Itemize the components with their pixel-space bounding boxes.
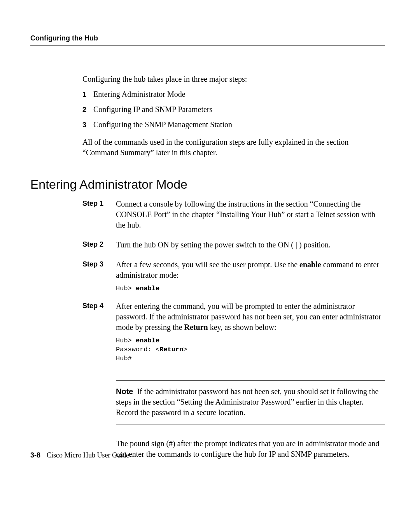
section-heading: Entering Administrator Mode: [30, 177, 385, 192]
list-item: 3 Configuring the SNMP Management Statio…: [82, 119, 385, 130]
list-item: 2 Configuring IP and SNMP Parameters: [82, 104, 385, 115]
code-block: Hub> enable: [116, 284, 385, 293]
list-text: Configuring the SNMP Management Station: [93, 119, 232, 130]
bold-run: Return: [184, 323, 208, 331]
closing-paragraph: The pound sign (#) after the prompt indi…: [116, 438, 385, 459]
page-number: 3-8: [30, 451, 40, 459]
intro-tail: All of the commands used in the configur…: [82, 137, 385, 158]
code-plain: Hub>: [116, 337, 136, 344]
step-text: Turn the hub ON by setting the power swi…: [116, 240, 385, 250]
step-3: Step 3 After a few seconds, you will see…: [82, 259, 385, 296]
list-text: Configuring IP and SNMP Parameters: [93, 104, 212, 115]
steps: Step 1 Connect a console by following th…: [82, 199, 385, 366]
after-steps: Note If the administrator password has n…: [116, 380, 385, 459]
step-label: Step 2: [82, 240, 116, 249]
code-plain: Hub#: [116, 355, 132, 362]
step-label: Step 4: [82, 301, 116, 310]
list-number: 3: [82, 120, 93, 130]
note-text: If the administrator password has not be…: [116, 387, 378, 417]
list-number: 2: [82, 105, 93, 114]
code-plain: >: [183, 346, 187, 353]
text-run: After a few seconds, you will see the us…: [116, 260, 299, 269]
code-bold: Return: [159, 346, 183, 353]
page-footer: 3-8Cisco Micro Hub User Guide: [30, 451, 129, 459]
intro-list: 1 Entering Administrator Mode 2 Configur…: [82, 89, 385, 130]
doc-title: Cisco Micro Hub User Guide: [47, 451, 129, 459]
step-text: Connect a console by following the instr…: [116, 199, 385, 230]
code-bold: enable: [136, 285, 159, 292]
step-text: After entering the command, you will be …: [116, 301, 385, 333]
running-head: Configuring the Hub: [30, 34, 385, 46]
step-label: Step 3: [82, 259, 116, 268]
code-plain: Password: <: [116, 346, 159, 353]
note-label: Note: [116, 387, 133, 396]
code-bold: enable: [136, 337, 159, 344]
intro-lead: Configuring the hub takes place in three…: [82, 74, 385, 84]
code-block: Hub> enable Password: <Return> Hub#: [116, 336, 385, 363]
code-plain: Hub>: [116, 285, 136, 292]
note-block: Note If the administrator password has n…: [116, 380, 385, 424]
list-text: Entering Administrator Mode: [93, 89, 186, 100]
step-2: Step 2 Turn the hub ON by setting the po…: [82, 240, 385, 254]
step-body: After a few seconds, you will see the us…: [116, 259, 385, 296]
bold-run: enable: [299, 260, 321, 269]
text-run: key, as shown below:: [208, 323, 276, 331]
step-label: Step 1: [82, 199, 116, 208]
intro-block: Configuring the hub takes place in three…: [82, 74, 385, 130]
step-body: Turn the hub ON by setting the power swi…: [116, 240, 385, 254]
list-number: 1: [82, 90, 93, 99]
step-body: Connect a console by following the instr…: [116, 199, 385, 234]
step-text: After a few seconds, you will see the us…: [116, 259, 385, 280]
step-body: After entering the command, you will be …: [116, 301, 385, 366]
list-item: 1 Entering Administrator Mode: [82, 89, 385, 100]
step-4: Step 4 After entering the command, you w…: [82, 301, 385, 366]
page: Configuring the Hub Configuring the hub …: [0, 0, 420, 459]
step-1: Step 1 Connect a console by following th…: [82, 199, 385, 234]
